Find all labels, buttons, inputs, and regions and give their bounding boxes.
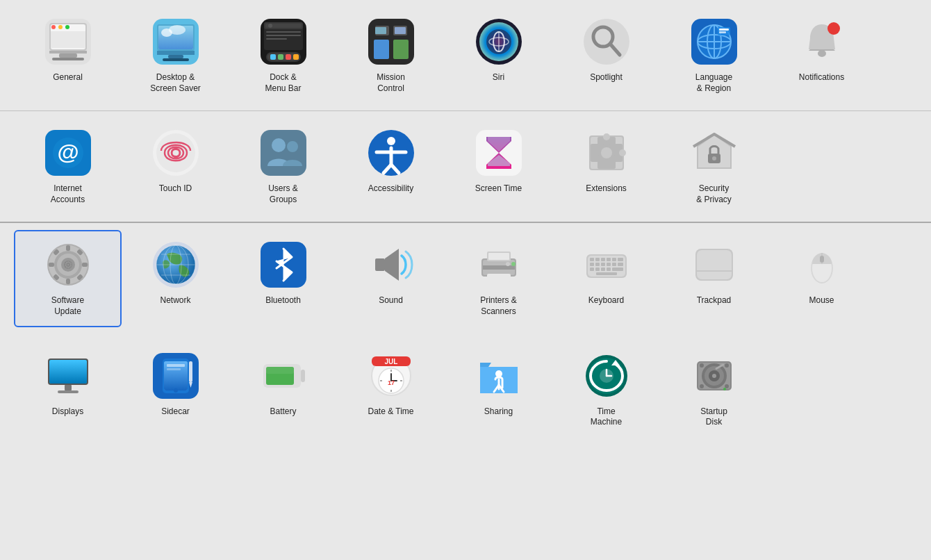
svg-point-65 (156, 133, 195, 172)
item-notifications[interactable]: Notifications (768, 7, 875, 104)
bluetooth-label: Bluetooth (265, 295, 301, 306)
svg-rect-7 (49, 51, 87, 53)
svg-rect-38 (375, 27, 386, 34)
svg-text:17: 17 (387, 379, 394, 386)
spotlight-icon (582, 17, 632, 67)
language-region-icon (689, 17, 739, 67)
item-trackpad[interactable]: Trackpad (660, 230, 768, 327)
item-siri[interactable]: Siri (445, 7, 552, 104)
item-sharing[interactable]: Sharing (445, 341, 552, 438)
language-region-label: Language& Region (695, 72, 732, 94)
battery-label: Battery (270, 406, 296, 418)
row-hardware-2: Displays (0, 334, 931, 445)
svg-rect-135 (601, 263, 605, 266)
svg-rect-29 (270, 54, 276, 60)
svg-point-4 (58, 25, 63, 29)
spotlight-label: Spotlight (590, 72, 623, 83)
battery-icon (258, 351, 308, 401)
svg-rect-128 (595, 258, 600, 261)
item-bluetooth[interactable]: Bluetooth (229, 230, 337, 327)
svg-rect-122 (483, 265, 515, 270)
svg-rect-115 (375, 258, 385, 271)
svg-point-71 (387, 137, 395, 145)
svg-point-46 (584, 19, 629, 65)
item-time-machine[interactable]: TimeMachine (552, 341, 660, 438)
item-displays[interactable]: Displays (14, 341, 122, 438)
mission-control-label: MissionControl (377, 72, 405, 94)
item-general[interactable]: General (14, 7, 122, 104)
displays-icon (43, 351, 93, 401)
svg-rect-140 (595, 267, 600, 271)
svg-text:JUL: JUL (384, 358, 397, 365)
item-touch-id[interactable]: Touch ID (122, 118, 229, 215)
startup-disk-icon (689, 351, 739, 401)
item-mouse[interactable]: Mouse (768, 230, 875, 327)
svg-rect-120 (488, 253, 509, 260)
svg-rect-26 (266, 38, 287, 40)
item-network[interactable]: Network (122, 230, 229, 327)
item-battery[interactable]: Battery (229, 341, 337, 438)
svg-rect-162 (167, 364, 185, 367)
sidecar-icon (151, 351, 201, 401)
svg-rect-9 (52, 58, 84, 60)
svg-rect-37 (393, 40, 409, 59)
desktop-screensaver-label: Desktop &Screen Saver (150, 72, 201, 94)
software-update-icon: ⚙ (43, 240, 93, 290)
item-desktop-screensaver[interactable]: Desktop &Screen Saver (122, 7, 229, 104)
mouse-label: Mouse (809, 295, 834, 306)
row-personal-2: @ InternetAccounts Touch ID (0, 111, 931, 222)
svg-rect-129 (601, 258, 605, 261)
svg-rect-156 (58, 390, 79, 393)
svg-rect-133 (590, 263, 594, 266)
item-sound[interactable]: Sound (337, 230, 445, 327)
svg-rect-167 (301, 370, 305, 382)
item-keyboard[interactable]: Keyboard (552, 230, 660, 327)
users-groups-icon (258, 128, 308, 178)
siri-icon (474, 17, 524, 67)
svg-rect-146 (697, 250, 732, 279)
item-dock-menubar[interactable]: Dock &Menu Bar (229, 7, 337, 104)
svg-rect-142 (607, 267, 611, 271)
svg-text:⚙: ⚙ (63, 259, 72, 270)
svg-rect-144 (596, 272, 617, 275)
svg-point-203 (723, 388, 726, 390)
item-extensions[interactable]: Extensions (552, 118, 660, 215)
item-mission-control[interactable]: MissionControl (337, 7, 445, 104)
svg-point-60 (827, 22, 840, 35)
item-spotlight[interactable]: Spotlight (552, 7, 660, 104)
security-privacy-label: Security& Privacy (696, 183, 732, 205)
item-sidecar[interactable]: Sidecar (122, 341, 229, 438)
displays-label: Displays (52, 406, 83, 418)
bluetooth-icon (258, 240, 308, 290)
accessibility-label: Accessibility (368, 183, 413, 195)
svg-point-23 (268, 24, 272, 28)
item-startup-disk[interactable]: StartupDisk (660, 341, 768, 438)
item-language-region[interactable]: Language& Region (660, 7, 768, 104)
general-label: General (53, 72, 83, 83)
svg-text:@: @ (57, 140, 79, 165)
date-time-icon: JUL 17 (366, 351, 416, 401)
item-internet-accounts[interactable]: @ InternetAccounts (14, 118, 122, 215)
svg-rect-31 (286, 54, 291, 60)
item-accessibility[interactable]: Accessibility (337, 118, 445, 215)
svg-rect-139 (590, 267, 594, 271)
sharing-icon (474, 351, 524, 401)
item-security-privacy[interactable]: Security& Privacy (660, 118, 768, 215)
svg-rect-121 (487, 274, 511, 282)
date-time-label: Date & Time (368, 406, 413, 418)
svg-point-68 (272, 138, 286, 152)
svg-rect-16 (157, 51, 195, 55)
internet-accounts-label: InternetAccounts (51, 183, 85, 205)
svg-point-200 (725, 363, 729, 368)
item-screen-time[interactable]: Screen Time (445, 118, 552, 215)
item-printers-scanners[interactable]: Printers &Scanners (445, 230, 552, 327)
item-date-time[interactable]: JUL 17 Date & Time (337, 341, 445, 438)
dock-menubar-icon (258, 17, 308, 67)
item-software-update[interactable]: ⚙ SoftwareUpdate (14, 230, 122, 327)
svg-point-88 (619, 149, 626, 156)
svg-rect-137 (612, 263, 616, 266)
item-users-groups[interactable]: Users &Groups (229, 118, 337, 215)
svg-point-69 (287, 141, 298, 152)
svg-rect-130 (607, 258, 611, 261)
svg-point-5 (65, 25, 69, 29)
